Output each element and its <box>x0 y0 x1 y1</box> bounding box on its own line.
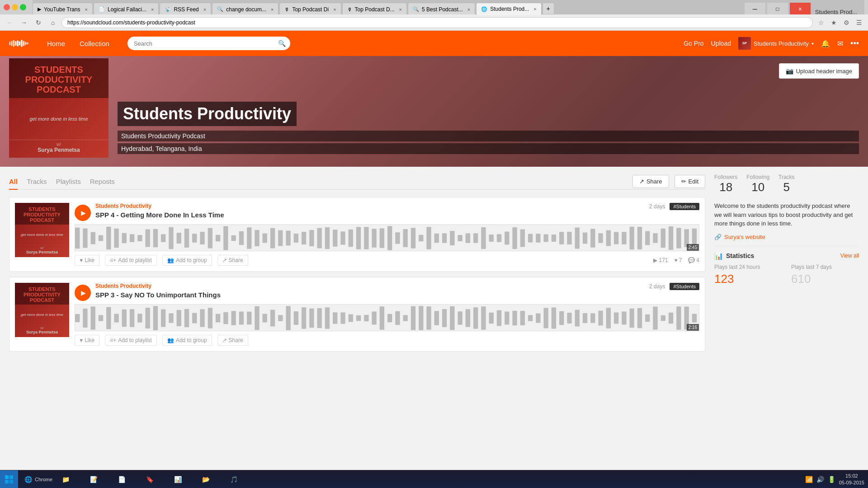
new-tab-button[interactable]: + <box>542 3 554 14</box>
refresh-button[interactable]: ↻ <box>33 17 44 28</box>
more-options-icon[interactable]: ••• <box>850 39 859 48</box>
search-container: 🔍 <box>127 37 290 50</box>
tab-tracks[interactable]: Tracks <box>27 174 47 190</box>
taskbar-files[interactable]: 📁 <box>57 471 85 488</box>
soundcloud-logo[interactable] <box>9 39 29 48</box>
like-button-spp3[interactable]: ♥ Like <box>75 335 99 346</box>
notifications-icon[interactable]: 🔔 <box>821 39 830 48</box>
settings-icon[interactable]: ⚙ <box>841 17 852 28</box>
search-input[interactable] <box>127 37 290 50</box>
forward-button[interactable]: → <box>18 17 30 28</box>
tab-change-close[interactable]: × <box>271 7 274 12</box>
gopro-link[interactable]: Go Pro <box>684 40 703 47</box>
track-tag-spp3[interactable]: #Students <box>670 283 699 290</box>
tab-youtube-close[interactable]: × <box>85 7 88 12</box>
add-group-button-spp4[interactable]: 👥 Add to group <box>162 255 212 266</box>
back-button[interactable]: ← <box>4 17 15 28</box>
plays-count: 171 <box>659 257 668 263</box>
likes-count: 7 <box>679 257 682 263</box>
tab-change[interactable]: 🔍 change docum... × <box>212 3 278 15</box>
like-label: Like <box>85 257 94 263</box>
tab-5best-close[interactable]: × <box>467 7 470 12</box>
waveform-spp4[interactable]: 2:45 <box>75 224 699 251</box>
tab-topd1-close[interactable]: × <box>333 7 336 12</box>
tab-topd2[interactable]: 🎙 Top Podcast D... × <box>342 3 407 15</box>
user-menu[interactable]: SP Students Productivity ▾ <box>738 37 814 50</box>
tab-topd1[interactable]: 🎙 Top Podcast Di × <box>279 3 341 15</box>
edit-icon: ✏ <box>681 178 686 185</box>
taskbar-matlab[interactable]: 📊 <box>170 471 197 488</box>
tab-students[interactable]: 🌐 Students Prod... × <box>476 3 542 15</box>
maximize-button[interactable] <box>20 4 26 10</box>
start-button[interactable] <box>0 470 18 488</box>
taskbar-folder[interactable]: 📂 <box>198 471 225 488</box>
address-bar[interactable] <box>61 17 813 28</box>
view-all-link[interactable]: View all <box>840 253 859 259</box>
clock-time: 15:02 <box>839 473 864 479</box>
taskbar-chrome[interactable]: 🌐 Chrome <box>20 471 57 488</box>
upload-header-button[interactable]: 📷 Upload header image <box>779 63 859 79</box>
tab-youtube[interactable]: ▶ YouTube Trans × <box>33 3 93 15</box>
home-button[interactable]: ⌂ <box>47 17 59 28</box>
close-button[interactable] <box>4 4 10 10</box>
taskbar-itunes[interactable]: 🎵 <box>226 471 253 488</box>
website-link[interactable]: 🔗 Surya's website <box>714 234 859 240</box>
messages-icon[interactable]: ✉ <box>837 39 843 48</box>
taskbar-sublime[interactable]: 📝 <box>85 471 113 488</box>
share-button-spp3[interactable]: ↗ Share <box>217 335 248 346</box>
track-thumb-spp4: STUDENTS PRODUCTIVITY PODCAST get more d… <box>15 203 69 257</box>
share-button[interactable]: ↗ Share <box>632 175 669 188</box>
track-text-spp3: Students Productivity SPP 3 - Say NO To … <box>95 283 221 302</box>
svg-rect-8 <box>25 42 26 45</box>
tab-playlists[interactable]: Playlists <box>56 174 81 190</box>
address-input[interactable] <box>67 19 807 26</box>
track-card-spp3: STUDENTS PRODUCTIVITY PODCAST get more d… <box>9 277 705 352</box>
likes-icon: ♥ <box>675 257 678 263</box>
restore-window-button[interactable]: □ <box>767 3 788 15</box>
like-button-spp4[interactable]: ♥ Like <box>75 255 99 266</box>
edit-button[interactable]: ✏ Edit <box>675 175 705 188</box>
sidebar: Followers 18 Following 10 Tracks 5 Welco… <box>714 174 859 357</box>
tab-rss[interactable]: 📡 RSS Feed × <box>160 3 211 15</box>
track-artist-name[interactable]: Students Productivity <box>95 203 151 209</box>
minimize-window-button[interactable]: ─ <box>745 3 765 15</box>
tab-topd2-close[interactable]: × <box>399 7 402 12</box>
share-label-track: Share <box>229 257 243 263</box>
track-stats-spp4: ▶ 171 ♥ 7 💬 4 <box>653 257 699 263</box>
taskbar-acrobat[interactable]: 📄 <box>113 471 141 488</box>
menu-icon[interactable]: ☰ <box>854 17 864 28</box>
add-playlist-button-spp3[interactable]: ≡+ Add to playlist <box>105 335 157 346</box>
minimize-button[interactable] <box>12 4 18 10</box>
close-window-button[interactable]: × <box>790 3 811 15</box>
tab-rss-close[interactable]: × <box>203 7 206 12</box>
track-tag-spp4[interactable]: #Students <box>670 203 699 210</box>
tab-logical-close[interactable]: × <box>151 7 154 12</box>
tab-reposts[interactable]: Reposts <box>90 174 115 190</box>
group-icon: 👥 <box>167 257 174 263</box>
website-label: Surya's website <box>724 234 765 240</box>
tab-all[interactable]: All <box>9 174 18 190</box>
waveform-spp3[interactable]: 2:16 <box>75 304 699 331</box>
svg-rect-9 <box>27 42 28 45</box>
comments-icon: 💬 <box>688 257 695 263</box>
taskbar-items: 🌐 Chrome 📁 📝 📄 🔖 📊 📂 🎵 <box>18 471 802 488</box>
taskbar-chrome-label: Chrome <box>35 477 52 482</box>
play-button-spp3[interactable]: ▶ <box>75 285 91 301</box>
upload-link[interactable]: Upload <box>711 40 731 47</box>
heart-icon-spp3: ♥ <box>80 337 83 343</box>
play-button-spp4[interactable]: ▶ <box>75 205 91 221</box>
taskbar-bookmark[interactable]: 🔖 <box>142 471 169 488</box>
add-group-button-spp3[interactable]: 👥 Add to group <box>162 335 212 346</box>
waveform-timer-spp3: 2:16 <box>687 324 699 331</box>
tab-5best[interactable]: 🔍 5 Best Podcast... × <box>408 3 475 15</box>
plays-stat-spp4: ▶ 171 <box>653 257 668 263</box>
bookmark-filled-icon[interactable]: ★ <box>828 17 839 28</box>
hero-description: Students Productivity Podcast <box>118 131 859 141</box>
add-playlist-button-spp4[interactable]: ≡+ Add to playlist <box>105 255 157 266</box>
share-icon-track: ↗ <box>222 257 227 263</box>
share-button-spp4[interactable]: ↗ Share <box>217 255 248 266</box>
track-artist-name-spp3[interactable]: Students Productivity <box>95 283 151 289</box>
tab-logical[interactable]: 📄 Logical Fallaci... × <box>94 3 159 15</box>
tab-students-close[interactable]: × <box>533 6 536 12</box>
bookmark-star-icon[interactable]: ☆ <box>816 17 826 28</box>
